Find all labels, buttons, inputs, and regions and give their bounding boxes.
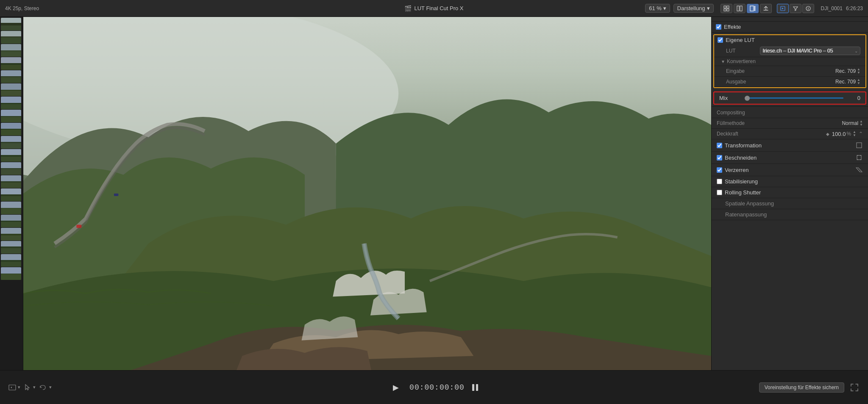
filmstrip-thumb-17[interactable] <box>1 228 21 241</box>
svg-rect-32 <box>1 97 21 103</box>
spatiale-row: Spatiale Anpassung <box>712 198 868 209</box>
filmstrip-thumb-11[interactable] <box>1 149 21 162</box>
filmstrip-thumb-4[interactable] <box>1 57 21 70</box>
fuellmethode-stepper[interactable]: ▲ ▼ <box>860 120 863 127</box>
verzerren-checkbox[interactable] <box>717 167 722 173</box>
deckkraft-stepper[interactable]: ▲ ▼ <box>853 130 856 137</box>
inspector-view-icon[interactable] <box>747 4 759 13</box>
svg-rect-14 <box>1 18 21 23</box>
svg-rect-40 <box>1 143 21 149</box>
svg-rect-2 <box>724 9 726 11</box>
filmstrip-thumb-18[interactable] <box>1 241 21 254</box>
share-icon[interactable] <box>760 4 772 13</box>
mix-slider-thumb[interactable] <box>745 96 750 101</box>
filmstrip-thumb-12[interactable] <box>1 162 21 175</box>
transformation-icon[interactable] <box>855 141 863 149</box>
lut-field-label: LUT <box>726 48 760 54</box>
clip-name: DJI_0001 <box>821 6 843 11</box>
eingabe-stepper[interactable]: ▲ ▼ <box>857 68 860 75</box>
svg-rect-0 <box>724 6 726 8</box>
rolling-shutter-row: Rolling Shutter <box>712 187 868 198</box>
svg-rect-38 <box>1 123 21 129</box>
ausgabe-stepper[interactable]: ▲ ▼ <box>857 78 860 85</box>
mix-row: Mix 0 <box>714 92 865 104</box>
svg-rect-52 <box>1 196 21 201</box>
filmstrip-thumb-7[interactable] <box>1 97 21 109</box>
filmstrip-thumb-20[interactable] <box>1 267 21 280</box>
verzerren-icon[interactable] <box>855 166 863 174</box>
cursor-tool[interactable]: ▾ <box>24 384 36 391</box>
pause-button[interactable] <box>471 383 479 392</box>
play-button[interactable]: ▶ <box>389 381 403 394</box>
fuellmethode-row: Füllmethode Normal ▲ ▼ <box>712 118 868 129</box>
split-view-icon[interactable] <box>734 4 746 13</box>
playback-controls: ▶ 00:00:00:00 <box>389 381 479 394</box>
svg-rect-29 <box>1 83 21 90</box>
bottom-right-controls: Voreinstellung für Effekte sichern <box>759 382 860 393</box>
zoom-button[interactable]: 61 % ▾ <box>645 4 670 13</box>
svg-rect-68 <box>1 254 21 260</box>
eigene-lut-section: Eigene LUT LUT Iriese.ch – DJI MAVIC Pro… <box>713 34 866 88</box>
effekte-title: Effekte <box>724 24 741 30</box>
clip-icon: 🎬 <box>404 5 412 12</box>
effekte-section-header: Effekte <box>712 22 868 33</box>
transformation-checkbox[interactable] <box>717 143 722 148</box>
filmstrip-thumb-6[interactable] <box>1 83 21 96</box>
mix-slider[interactable] <box>745 97 843 99</box>
ratenanpassung-row: Ratenanpassung <box>712 209 868 220</box>
grid-view-icon[interactable] <box>721 4 732 13</box>
filmstrip-thumb-10[interactable] <box>1 136 21 149</box>
svg-rect-49 <box>1 183 21 188</box>
konvertieren-label: Konvertieren <box>727 58 756 64</box>
svg-rect-5 <box>740 6 742 11</box>
svg-rect-64 <box>1 248 21 254</box>
filmstrip-thumb-8[interactable] <box>1 110 21 122</box>
darstellung-button[interactable]: Darstellung ▾ <box>673 4 714 13</box>
filmstrip-thumb-19[interactable] <box>1 254 21 267</box>
media-selector[interactable]: ▾ <box>8 384 20 391</box>
svg-rect-76 <box>76 225 81 228</box>
filmstrip-thumb-3[interactable] <box>1 44 21 57</box>
beschneiden-checkbox[interactable] <box>717 155 722 160</box>
compositing-header: Compositing <box>712 108 868 118</box>
filmstrip <box>0 17 23 370</box>
stabilisierung-checkbox[interactable] <box>717 179 722 184</box>
beschneiden-label: Beschneiden <box>725 155 855 161</box>
compositing-section: Compositing Füllmethode Normal ▲ ▼ Deckk… <box>712 106 868 139</box>
svg-rect-85 <box>472 384 474 391</box>
filmstrip-thumb-9[interactable] <box>1 123 21 136</box>
info-tab[interactable] <box>802 4 814 13</box>
video-inspector-tab[interactable] <box>777 4 789 13</box>
svg-rect-61 <box>1 235 21 241</box>
svg-rect-41 <box>1 136 21 142</box>
svg-rect-23 <box>1 57 21 63</box>
deckkraft-curve-icon[interactable]: ⌃ <box>859 131 863 137</box>
filmstrip-thumb-1[interactable] <box>1 18 21 30</box>
zoom-label: 61 % <box>649 5 662 11</box>
rolling-shutter-checkbox[interactable] <box>717 190 722 195</box>
undo-redo[interactable]: ▾ <box>39 384 52 391</box>
voreinstellung-button[interactable]: Voreinstellung für Effekte sichern <box>759 382 844 393</box>
filmstrip-thumb-13[interactable] <box>1 175 21 188</box>
filmstrip-thumb-2[interactable] <box>1 31 21 44</box>
svg-rect-25 <box>1 77 21 83</box>
filter-tab[interactable] <box>790 4 801 13</box>
lut-select[interactable]: Iriese.ch – DJI MAVIC Pro – 05 <box>760 47 860 55</box>
eigene-lut-checkbox[interactable] <box>718 37 723 43</box>
filmstrip-thumb-15[interactable] <box>1 202 21 214</box>
filmstrip-thumb-16[interactable] <box>1 215 21 227</box>
effekte-checkbox[interactable] <box>716 24 721 30</box>
svg-rect-22 <box>1 65 21 70</box>
filmstrip-thumb-5[interactable] <box>1 70 21 83</box>
eingabe-value: Rec. 709 ▲ ▼ <box>835 68 860 75</box>
deckkraft-value: 100.0 <box>832 131 846 137</box>
fullscreen-button[interactable] <box>849 382 860 393</box>
svg-rect-16 <box>1 37 21 44</box>
filmstrip-thumb-14[interactable] <box>1 188 21 201</box>
rolling-shutter-label: Rolling Shutter <box>725 189 863 196</box>
transformation-label: Transformation <box>725 142 855 149</box>
deckkraft-unit: % <box>846 131 851 137</box>
beschneiden-icon[interactable] <box>855 154 863 161</box>
svg-rect-71 <box>1 267 21 274</box>
mix-label: Mix <box>719 95 740 101</box>
